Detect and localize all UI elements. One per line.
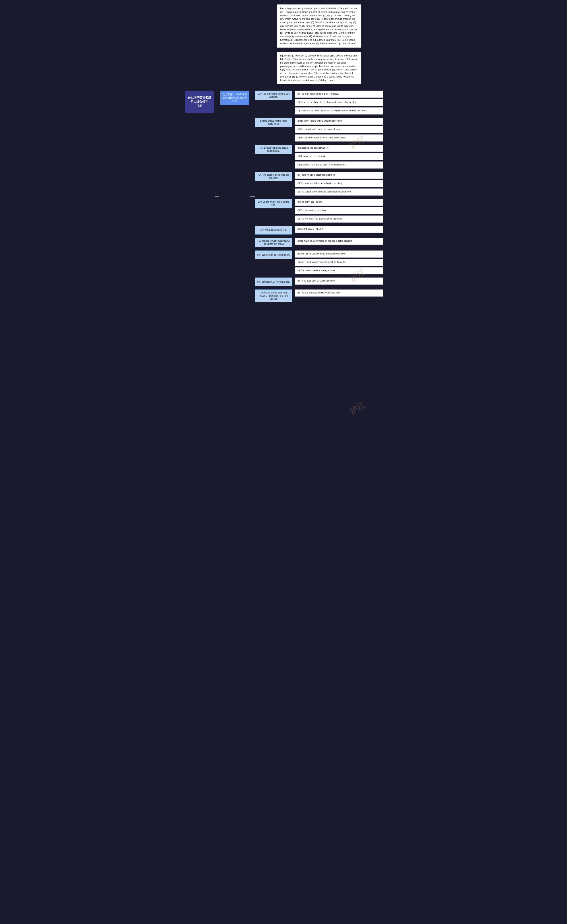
answer-8b: B) John Smith can't come to the phone ri…	[295, 250, 383, 258]
qa-group-10: 10.A) She got up later than usual. C) Sh…	[255, 290, 383, 302]
answer-1d: D) There are two direct flights to Los A…	[295, 107, 383, 114]
question-9: 9.A) Yesterday. C) Two days ago.	[255, 278, 292, 286]
watermark3: 沪江	[348, 400, 367, 417]
question-2: 2.A) He enjoys writing home every week.	[255, 118, 292, 128]
passage2-box: I generally go to school by subway. The …	[277, 52, 361, 84]
qa-group-2: 2.A) He enjoys writing home every week. …	[255, 118, 383, 141]
link-node-text: 点击查看》》2021考研英语四级听力综合指导汇总	[222, 93, 248, 103]
passage2-text: I generally go to school by subway. The …	[280, 54, 357, 81]
answers-7: B) He was held up in traffic. D) He had …	[295, 238, 383, 245]
answer-3c: C) Because she has to work.	[295, 153, 383, 160]
question-5: 5.A) On the whole, she liked the film.	[255, 199, 292, 208]
question-10: 10.A) She got up later than usual. C) Sh…	[255, 290, 292, 302]
answer-3d: D) Because she wants to eat in a new res…	[295, 162, 383, 168]
passage1-text: I usually go to work by subway. I get to…	[280, 7, 357, 45]
answer-5b: B) She didn't see the film.	[295, 199, 383, 206]
qa-group-8: 8.A) John Smith isn't in right now. B) J…	[255, 250, 383, 274]
answer-8d: D) The caller dialed the wrong number.	[295, 267, 383, 274]
answers-9: B) Three days ago. D) Early last week.	[295, 278, 383, 285]
answer-2d: D) He has been asked to write home every…	[295, 134, 383, 141]
answer-10b: B) The bus was late. D) Her clock was sl…	[295, 290, 383, 297]
answer-4b: B) There won't be a test this afternoon.	[295, 172, 383, 179]
answer-4c: C) The students will be attending the me…	[295, 180, 383, 187]
question-3: 3.A) Because she has got an appointment.	[255, 145, 292, 154]
answer-2c: C) He doesn't write home once a week now…	[295, 126, 383, 133]
main-node: 2021考研英语四级听力综合指导（22）	[185, 91, 214, 113]
main-node-text: 2021考研英语四级听力综合指导（22）	[187, 96, 212, 108]
page-container: 沪江 沪江 沪江 I usually go to work by subway.…	[184, 4, 383, 302]
top-passages: I usually go to work by subway. I get to…	[184, 4, 383, 86]
qa-group-4: 4.A) The teacher postponed the meeting. …	[255, 172, 383, 196]
mindmap: 2021考研英语四级听力综合指导（22） 点击查看》》2021考研英语四级听力综…	[184, 91, 383, 302]
answer-5c: C) The film was very exciting.	[295, 207, 383, 214]
qa-group-7: 7.A) He had to work overtime. C) His car…	[255, 238, 383, 248]
link-node[interactable]: 点击查看》》2021考研英语四级听力综合指导汇总	[220, 91, 249, 105]
answers-3: B) Because she doesn't want to. C) Becau…	[295, 145, 383, 168]
answer-8c: C) John Smith doesn't want to speak to t…	[295, 259, 383, 266]
passage1-box: I usually go to work by subway. I get to…	[277, 4, 361, 48]
answer-3b: B) Because she doesn't want to.	[295, 145, 383, 152]
answers-4: B) There won't be a test this afternoon.…	[295, 172, 383, 196]
answer-4d: D) The students will take an English tes…	[295, 189, 383, 196]
qa-group-9: 9.A) Yesterday. C) Two days ago. B) Thre…	[255, 278, 383, 286]
mid-col: 点击查看》》2021考研英语四级听力综合指导汇总	[219, 91, 250, 105]
qa-group-5: 5.A) On the whole, she liked the film. B…	[255, 199, 383, 223]
answers-10: B) The bus was late. D) Her clock was sl…	[295, 290, 383, 297]
right-col: 1.A) The man wants to go to Los Angeles.…	[255, 91, 383, 302]
answers-6: B) Around 3:00 D) At 1:00	[295, 226, 383, 233]
question-8: 8.A) John Smith isn't in right now.	[255, 250, 292, 260]
answers-8: B) John Smith can't come to the phone ri…	[295, 250, 383, 274]
answers-1: B) The man wants to go to San Francisco.…	[295, 91, 383, 114]
qa-group-1: 1.A) The man wants to go to Los Angeles.…	[255, 91, 383, 114]
question-6: 6.A) Around 5:00 C) At 2:00	[255, 226, 292, 234]
question-4: 4.A) The teacher postponed the meeting.	[255, 172, 292, 182]
qa-group-6: 6.A) Around 5:00 C) At 2:00 B) Around 3:…	[255, 226, 383, 234]
answer-7b: B) He was held up in traffic. D) He had …	[295, 238, 383, 245]
answer-6b: B) Around 3:00 D) At 1:00	[295, 226, 383, 233]
question-1: 1.A) The man wants to go to Los Angeles.	[255, 91, 292, 100]
left-col: 2021考研英语四级听力综合指导（22）	[184, 91, 215, 113]
question-7: 7.A) He had to work overtime. C) His car…	[255, 238, 292, 248]
answer-2b: B) He never fails to write a weekly lett…	[295, 118, 383, 125]
answer-5d: D) The film wasn't as good as she'd expe…	[295, 216, 383, 223]
answer-1c: C) There are no flights to Los Angeles f…	[295, 99, 383, 106]
answers-2: B) He never fails to write a weekly lett…	[295, 118, 383, 141]
answer-9b: B) Three days ago. D) Early last week.	[295, 278, 383, 285]
answer-1b: B) The man wants to go to San Francisco.	[295, 91, 383, 98]
answers-5: B) She didn't see the film. C) The film …	[295, 199, 383, 223]
qa-group-3: 3.A) Because she has got an appointment.…	[255, 145, 383, 168]
